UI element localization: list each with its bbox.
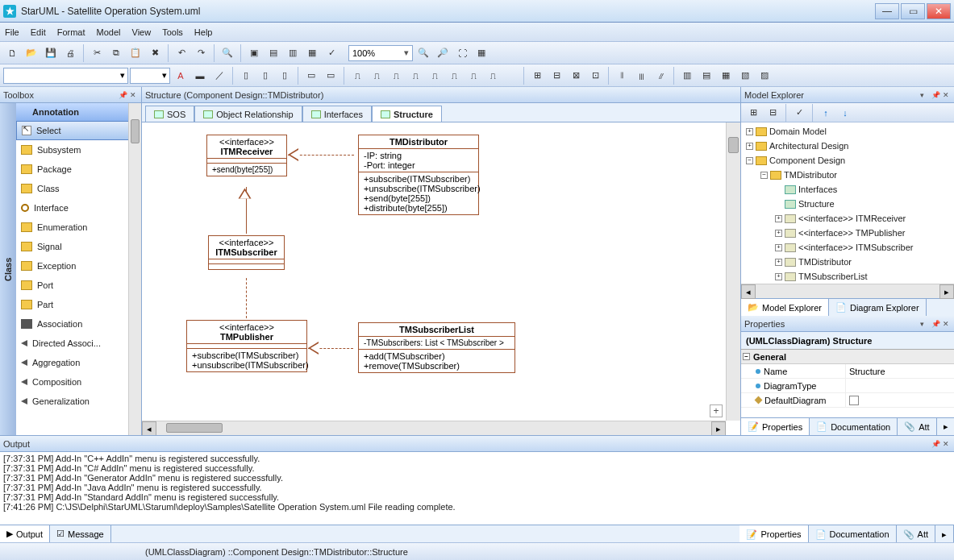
layout8-icon[interactable]: ▥ <box>678 67 696 85</box>
prop-row-defaultdiagram[interactable]: DefaultDiagram <box>741 393 954 408</box>
tool-association[interactable]: Association <box>16 314 141 334</box>
menu-edit[interactable]: Edit <box>31 27 46 37</box>
linecolor-icon[interactable]: ／ <box>210 67 228 85</box>
props-pin-icon[interactable]: 📌 <box>931 320 939 328</box>
tab-output[interactable]: ▶Output <box>0 525 50 542</box>
model-explorer-tree[interactable]: +Domain Model +Architectural Design −Com… <box>741 122 954 284</box>
align9-icon[interactable]: ⎍ <box>406 67 424 85</box>
prop-row-diagramtype[interactable]: DiagramType <box>741 379 954 393</box>
tool-generalization[interactable]: Generalization <box>16 392 141 411</box>
align13-icon[interactable]: ⎍ <box>484 67 502 85</box>
layout5-icon[interactable]: ⫴ <box>613 67 631 85</box>
uml-tmpublisher[interactable]: <<interface>>TMPublisher +subscribe(ITMS… <box>186 320 307 372</box>
tool5-icon[interactable]: ✓ <box>323 44 340 62</box>
menu-file[interactable]: File <box>5 27 19 37</box>
tab-documentation-2[interactable]: 📄Documentation <box>809 525 897 543</box>
tool-part[interactable]: Part <box>16 295 141 314</box>
align10-icon[interactable]: ⎍ <box>426 67 444 85</box>
tab-model-explorer[interactable]: 📂Model Explorer <box>741 299 829 316</box>
layout12-icon[interactable]: ▨ <box>756 67 773 85</box>
me-up-icon[interactable]: ↑ <box>817 104 835 122</box>
tool-aggregation[interactable]: Aggregation <box>16 353 141 372</box>
paste-icon[interactable]: 📋 <box>127 44 144 62</box>
tab-sos[interactable]: SOS <box>145 106 194 122</box>
layout1-icon[interactable]: ⊞ <box>528 67 546 85</box>
default-diagram-checkbox[interactable] <box>849 396 859 405</box>
expand-icon[interactable]: + <box>710 404 723 417</box>
me-tool2-icon[interactable]: ⊟ <box>764 104 781 122</box>
tab-structure[interactable]: Structure <box>372 106 442 122</box>
tool3-icon[interactable]: ▥ <box>284 44 302 62</box>
tab-att-2[interactable]: 📎Att <box>897 525 935 543</box>
menu-view[interactable]: View <box>132 27 152 37</box>
align7-icon[interactable]: ⎍ <box>368 67 385 85</box>
uml-itmsubscriber[interactable]: <<interface>>ITMSubscriber <box>208 235 285 270</box>
align11-icon[interactable]: ⎍ <box>445 67 463 85</box>
layout4-icon[interactable]: ⊡ <box>586 67 604 85</box>
me-tool1-icon[interactable]: ⊞ <box>744 104 762 122</box>
menu-tools[interactable]: Tools <box>162 27 183 37</box>
menu-model[interactable]: Model <box>97 27 121 37</box>
align8-icon[interactable]: ⎍ <box>387 67 405 85</box>
layout9-icon[interactable]: ▤ <box>698 67 715 85</box>
me-tool3-icon[interactable]: ✓ <box>790 104 808 122</box>
menu-format[interactable]: Format <box>57 27 85 37</box>
uml-tmsubscriberlist[interactable]: TMSubscriberList -TMSubscribers: List < … <box>358 322 515 373</box>
layout6-icon[interactable]: ⫼ <box>632 67 650 85</box>
tab-properties[interactable]: 📝Properties <box>741 418 810 435</box>
layout7-icon[interactable]: ⫽ <box>652 67 669 85</box>
props-close-icon[interactable]: ✕ <box>943 320 951 328</box>
tool-class[interactable]: Class <box>16 179 141 198</box>
layout2-icon[interactable]: ⊟ <box>548 67 565 85</box>
tab-interfaces[interactable]: Interfaces <box>302 106 372 122</box>
align3-icon[interactable]: ▯ <box>276 67 294 85</box>
toolbox-scrollbar[interactable] <box>128 103 141 435</box>
delete-icon[interactable]: ✖ <box>146 44 164 62</box>
layout11-icon[interactable]: ▧ <box>736 67 754 85</box>
layout10-icon[interactable]: ▦ <box>717 67 735 85</box>
tool-composition[interactable]: Composition <box>16 372 141 392</box>
font-combo[interactable]: ▾ <box>3 68 128 84</box>
me-pin-icon[interactable]: 📌 <box>931 91 939 99</box>
tool-interface[interactable]: Interface <box>16 198 141 218</box>
tool-signal[interactable]: Signal <box>16 237 141 256</box>
tabs-more-2-icon[interactable]: ▸ <box>935 525 954 543</box>
tabs-more-icon[interactable]: ▸ <box>937 418 954 435</box>
open-icon[interactable]: 📂 <box>23 44 40 62</box>
me-close-icon[interactable]: ✕ <box>943 91 951 99</box>
toolbox-category-tab[interactable]: Class <box>0 103 16 435</box>
uml-itmreceiver[interactable]: <<interface>>ITMReceiver +send(byte[255]… <box>206 135 287 176</box>
pin-icon[interactable]: 📌 <box>119 91 127 99</box>
me-down-icon[interactable]: ↓ <box>836 104 854 122</box>
tab-message[interactable]: ☑Message <box>50 525 111 542</box>
tool-package[interactable]: Package <box>16 160 141 179</box>
layout3-icon[interactable]: ⊠ <box>567 67 585 85</box>
props-group-general[interactable]: −General <box>741 350 954 364</box>
align6-icon[interactable]: ⎍ <box>348 67 366 85</box>
output-console[interactable]: [7:37:31 PM] Add-In "C++ AddIn" menu is … <box>0 452 954 525</box>
tool-subsystem[interactable]: Subsystem <box>16 140 141 160</box>
tool4-icon[interactable]: ▦ <box>303 44 321 62</box>
tool-directed-assoc[interactable]: Directed Associ... <box>16 334 141 353</box>
zoomin-icon[interactable]: 🔎 <box>434 44 452 62</box>
menu-help[interactable]: Help <box>194 27 213 37</box>
cut-icon[interactable]: ✂ <box>88 44 106 62</box>
out-pin-icon[interactable]: 📌 <box>931 440 939 448</box>
tool-exception[interactable]: Exception <box>16 256 141 276</box>
close-button[interactable]: ✕ <box>927 3 951 19</box>
new-icon[interactable]: 🗋 <box>3 44 21 62</box>
fontsize-combo[interactable]: ▾ <box>130 68 170 84</box>
close-pane-icon[interactable]: ✕ <box>130 91 138 99</box>
diagram-vscroll[interactable] <box>726 122 740 421</box>
diagram-canvas[interactable]: <<interface>>ITMReceiver +send(byte[255]… <box>142 122 740 435</box>
align1-icon[interactable]: ▯ <box>237 67 255 85</box>
tool-enumeration[interactable]: Enumeration <box>16 218 141 237</box>
tab-diagram-explorer[interactable]: 📄Diagram Explorer <box>829 299 927 316</box>
find-icon[interactable]: 🔍 <box>219 44 236 62</box>
out-close-icon[interactable]: ✕ <box>943 440 951 448</box>
tool1-icon[interactable]: ▣ <box>245 44 263 62</box>
me-hscroll[interactable]: ◂▸ <box>741 284 954 298</box>
maximize-button[interactable]: ▭ <box>901 3 925 19</box>
tool-port[interactable]: Port <box>16 276 141 295</box>
print-icon[interactable]: 🖨 <box>61 44 79 62</box>
